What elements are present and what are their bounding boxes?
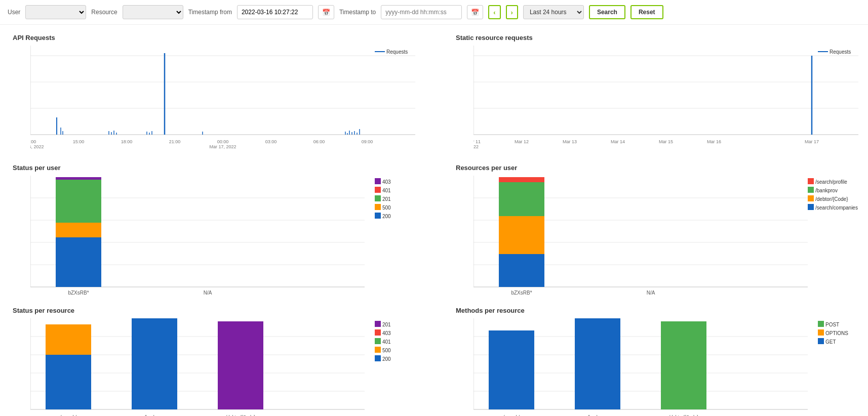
svg-text:Mar 14: Mar 14 xyxy=(611,139,625,144)
status-per-resource-title: Status per resource xyxy=(13,307,446,314)
status-per-resource-chart: 30 20 10 0 /search/ companies /bankprov … xyxy=(30,318,446,416)
svg-text:201: 201 xyxy=(382,196,391,202)
methods-per-resource-chart: 30 20 10 0 /search/ companies /bankprov … xyxy=(474,318,868,416)
svg-rect-88 xyxy=(375,213,381,219)
svg-text:500: 500 xyxy=(382,348,391,353)
svg-text:201: 201 xyxy=(382,322,391,327)
svg-rect-86 xyxy=(375,204,381,210)
svg-rect-105 xyxy=(499,177,544,182)
svg-rect-167 xyxy=(818,338,824,344)
svg-text:12:00: 12:00 xyxy=(30,139,36,144)
svg-rect-157 xyxy=(575,318,620,409)
svg-text:N/A: N/A xyxy=(647,290,655,296)
svg-text:Mar 16: Mar 16 xyxy=(707,139,721,144)
svg-text:POST: POST xyxy=(825,322,839,327)
user-select[interactable] xyxy=(25,5,86,19)
resources-per-user-chart: 80 60 40 20 0 bZXsRB* N/A xyxy=(474,176,868,297)
svg-rect-102 xyxy=(499,254,544,287)
svg-text:200: 200 xyxy=(382,214,391,219)
status-per-user-title: Status per user xyxy=(13,164,446,172)
methods-per-resource-title: Methods per resource xyxy=(456,307,868,314)
svg-text:bZXsRB*: bZXsRB* xyxy=(68,290,89,296)
svg-text:Requests: Requests xyxy=(830,49,851,55)
next-button[interactable]: › xyxy=(506,5,518,19)
svg-text:/search/profile: /search/profile xyxy=(815,179,847,185)
svg-rect-80 xyxy=(375,178,381,184)
svg-text:18:00: 18:00 xyxy=(121,139,133,144)
svg-rect-135 xyxy=(375,321,381,327)
svg-text:Mar 17: Mar 17 xyxy=(805,139,819,144)
svg-rect-76 xyxy=(56,180,101,223)
svg-text:21:00: 21:00 xyxy=(169,139,181,144)
svg-rect-143 xyxy=(375,355,381,361)
svg-text:06:00: 06:00 xyxy=(313,139,325,144)
svg-rect-75 xyxy=(56,223,101,237)
api-requests-section: API Requests 12 10 5 0 xyxy=(8,30,451,160)
dashboard: API Requests 12 10 5 0 xyxy=(0,25,868,416)
svg-rect-127 xyxy=(46,355,91,409)
svg-text:bZXsRB*: bZXsRB* xyxy=(511,290,532,296)
resources-per-user-title: Resources per user xyxy=(456,164,868,172)
static-resource-title: Static resource requests xyxy=(456,34,868,41)
timestamp-to-calendar-icon[interactable]: 📅 xyxy=(467,5,483,19)
timestamp-to-input[interactable] xyxy=(381,5,462,19)
svg-text:15:00: 15:00 xyxy=(73,139,85,144)
static-resource-chart: 3 2 1 0 Requests Mar 11 2022 Mar 12 Mar … xyxy=(474,46,868,154)
svg-text:GET: GET xyxy=(825,339,836,345)
svg-text:/bankprov: /bankprov xyxy=(815,188,838,193)
svg-text:09:00: 09:00 xyxy=(362,139,373,144)
svg-text:Mar 17, 2022: Mar 17, 2022 xyxy=(209,144,236,149)
methods-per-resource-section: Methods per resource 30 20 10 0 xyxy=(451,303,868,416)
status-per-user-section: Status per user 80 60 40 20 0 xyxy=(8,160,451,303)
svg-rect-141 xyxy=(375,347,381,353)
svg-text:N/A: N/A xyxy=(204,290,212,296)
status-per-user-chart: 80 60 40 20 0 bZXsRB* xyxy=(30,176,446,297)
resource-label: Resource xyxy=(91,9,117,16)
api-requests-title: API Requests xyxy=(13,34,446,41)
svg-text:/search/companies: /search/companies xyxy=(815,205,858,211)
resource-select[interactable] xyxy=(123,5,183,19)
top-bar: User Resource Timestamp from 📅 Timestamp… xyxy=(0,0,868,25)
svg-text:Requests: Requests xyxy=(386,49,408,55)
svg-rect-158 xyxy=(661,321,706,409)
svg-text:2022: 2022 xyxy=(474,144,479,149)
svg-text:Mar 11: Mar 11 xyxy=(474,139,481,144)
reset-button[interactable]: Reset xyxy=(630,5,663,19)
svg-rect-77 xyxy=(56,177,101,180)
svg-text:Mar 16, 2022: Mar 16, 2022 xyxy=(30,144,44,149)
svg-rect-84 xyxy=(375,195,381,201)
svg-rect-74 xyxy=(56,237,101,287)
svg-rect-137 xyxy=(375,329,381,336)
timestamp-from-calendar-icon[interactable]: 📅 xyxy=(318,5,334,19)
svg-rect-156 xyxy=(489,330,534,409)
time-range-select[interactable]: Last 24 hours xyxy=(523,5,584,19)
svg-text:00:00: 00:00 xyxy=(217,139,229,144)
svg-text:500: 500 xyxy=(382,205,391,211)
svg-text:401: 401 xyxy=(382,339,391,345)
svg-rect-165 xyxy=(818,329,824,336)
svg-rect-103 xyxy=(499,216,544,254)
timestamp-from-label: Timestamp from xyxy=(188,9,232,16)
svg-rect-114 xyxy=(808,204,814,210)
resources-per-user-section: Resources per user 80 60 40 20 0 xyxy=(451,160,868,303)
svg-text:403: 403 xyxy=(382,330,391,336)
svg-rect-163 xyxy=(818,321,824,327)
svg-rect-139 xyxy=(375,338,381,344)
timestamp-to-label: Timestamp to xyxy=(339,9,376,16)
svg-text:03:00: 03:00 xyxy=(265,139,277,144)
svg-rect-129 xyxy=(132,318,177,409)
svg-text:401: 401 xyxy=(382,188,391,193)
svg-text:Mar 15: Mar 15 xyxy=(659,139,673,144)
svg-rect-112 xyxy=(808,195,814,201)
svg-text:OPTIONS: OPTIONS xyxy=(825,330,848,336)
svg-rect-108 xyxy=(808,178,814,184)
timestamp-from-input[interactable] xyxy=(237,5,313,19)
svg-rect-82 xyxy=(375,187,381,193)
svg-text:200: 200 xyxy=(382,356,391,362)
svg-text:403: 403 xyxy=(382,179,391,185)
svg-rect-128 xyxy=(46,324,91,355)
search-button[interactable]: Search xyxy=(589,5,625,19)
svg-text:Mar 12: Mar 12 xyxy=(515,139,529,144)
user-label: User xyxy=(8,9,20,16)
prev-button[interactable]: ‹ xyxy=(488,5,500,19)
